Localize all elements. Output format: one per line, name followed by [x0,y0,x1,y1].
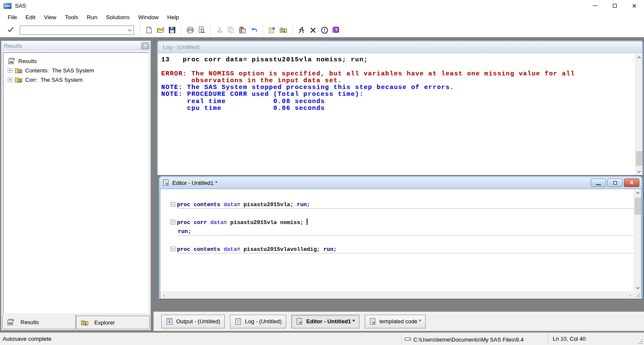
paste-button[interactable] [237,24,248,36]
new-library-button[interactable] [266,24,278,36]
print-preview-icon [198,26,205,34]
scroll-right-icon[interactable]: › [627,292,634,299]
editor-code-area[interactable]: proc contents data= pisastu2015vla; run;… [160,189,634,291]
scroll-up-icon[interactable] [635,54,642,61]
explorer-tab[interactable]: Explorer [76,316,150,329]
log-scrollbar-thumb[interactable] [636,151,642,166]
expand-icon[interactable]: + [8,68,12,73]
maximize-button[interactable] [605,0,624,12]
tree-item-results[interactable]: Results [3,56,148,66]
help-button[interactable]: ? [330,24,342,36]
undo-button[interactable] [248,24,260,36]
editor-resize-corner[interactable] [634,291,641,299]
code-line: proc contents data= pisastu2015vlavolled… [171,245,634,254]
window-tab-editor-untitled1-[interactable]: Editor - Untitled1 * [291,315,359,328]
menu-item-window[interactable]: Window [134,12,163,22]
scroll-left-icon[interactable]: ‹ [160,292,168,299]
log-line: cpu time 0.06 seconds [161,105,635,112]
code-line [171,236,634,245]
break-button[interactable] [307,24,319,36]
undo-icon [250,26,258,34]
code-segment [207,219,210,226]
new-button[interactable] [143,24,155,36]
close-button[interactable]: ✕ [624,0,644,12]
submit-button[interactable] [296,24,307,36]
log-text: 13 proc corr data= pisastu2015vla nomiss… [158,54,635,175]
window-tab-output-untitled-[interactable]: Output - (Untitled) [161,315,225,328]
cut-button[interactable] [214,24,225,36]
window-tab-templated-code-[interactable]: templated code * [365,315,426,328]
explorer-button[interactable] [278,24,289,36]
status-path: C:\Users\tieme\Documents\My SAS Files\9.… [413,336,524,343]
editor-window-title: Editor - Untitled1 * [172,180,218,186]
new-document-icon [145,26,153,34]
window-tab-label: Log - (Untitled) [245,318,281,325]
copy-icon [227,26,235,34]
cut-icon [216,26,223,34]
svg-text:?: ? [335,28,337,32]
editor-content[interactable]: proc contents data= pisastu2015vla; run;… [160,189,641,299]
editor-close-button[interactable]: ✕ [624,178,639,187]
code-segment: run; [323,246,337,253]
open-button[interactable] [155,24,166,36]
print-preview-button[interactable] [196,24,207,36]
editor-horizontal-scrollbar[interactable]: ‹ › [160,291,634,299]
editor-scrollbar-thumb[interactable] [635,198,641,215]
toolbar: ? [0,23,644,37]
code-line: run; [171,227,634,236]
fold-box[interactable] [171,247,175,251]
menu-item-edit[interactable]: Edit [21,12,40,22]
code-segment: = pisastu2015vla; [237,201,296,208]
fold-box[interactable] [171,220,175,224]
menu-item-view[interactable]: View [40,12,61,22]
interrupt-button[interactable] [319,24,330,36]
menu-item-tools[interactable]: Tools [61,12,83,22]
minimize-button[interactable] [585,0,605,12]
chevron-down-icon[interactable] [126,29,133,32]
tree-item[interactable]: +Contents: The SAS System [3,66,148,75]
results-icon [7,319,15,326]
window-tab-log-untitled-[interactable]: Log - (Untitled) [230,315,286,328]
command-bar-input[interactable] [22,26,126,34]
menu-item-solutions[interactable]: Solutions [102,12,134,22]
window-bar: Output - (Untitled)Log - (Untitled)Edito… [154,311,644,331]
scroll-down-icon[interactable] [635,168,642,175]
results-panel-close-button[interactable]: x [141,42,149,49]
editor-icon [296,318,303,325]
menu-item-file[interactable]: File [3,12,21,22]
expand-icon[interactable]: + [8,78,12,82]
tree-item-label: Results [18,58,37,64]
editor-vertical-scrollbar[interactable] [634,189,641,291]
copy-button[interactable] [225,24,237,36]
editor-window-titlebar[interactable]: Editor - Untitled1 * [160,177,641,189]
statusbar-divider [401,334,402,344]
tree-item[interactable]: +Corr: The SAS System [3,75,148,84]
editor-minimize-button[interactable] [591,178,606,187]
log-window-titlebar[interactable]: Log - (Untitled) [158,41,642,53]
code-line: proc corr data= pisastu2015vla nomiss; [171,218,634,227]
editor-restore-button[interactable] [607,178,623,187]
menu-item-help[interactable]: Help [163,12,183,22]
status-message: Autosave complete [3,336,52,342]
command-check-button[interactable] [5,25,16,36]
log-line [161,63,635,70]
results-panel-tabs: ResultsExplorer [2,315,150,329]
log-line: observations in the input data set. [161,78,635,84]
menu-item-run[interactable]: Run [83,12,102,22]
window-tab-label: Editor - Untitled1 * [306,318,354,325]
scroll-down-icon[interactable] [634,284,641,291]
statusbar-divider [548,334,548,344]
save-button[interactable] [166,24,178,36]
open-folder-icon [157,26,165,34]
editor-window: Editor - Untitled1 * ✕ proc contents dat… [159,176,643,299]
log-vertical-scrollbar[interactable] [635,54,642,175]
fold-box[interactable] [171,202,175,207]
log-window: Log - (Untitled) 13 proc corr data= pisa… [157,40,644,175]
print-button[interactable] [184,24,196,36]
code-segment: proc contents [177,246,220,253]
scroll-up-icon[interactable] [634,189,641,196]
log-line: ERROR: The NOMISS option is specified, b… [161,71,635,78]
code-line [171,209,634,218]
results-tab[interactable]: Results [2,315,76,329]
toolbar-separator [210,25,211,36]
